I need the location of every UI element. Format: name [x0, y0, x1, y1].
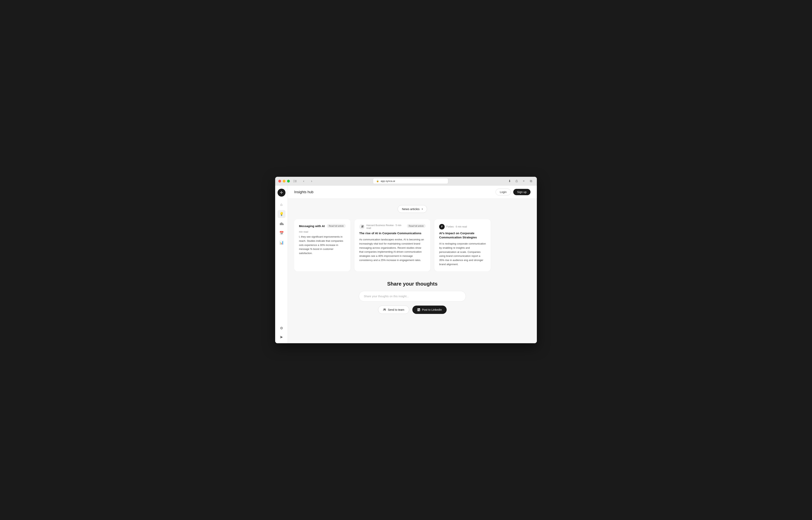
article-title-2: The rise of AI in Corporate Communicatio… [359, 231, 426, 235]
header-actions: Login Sign up [496, 189, 531, 196]
page-content: News articles ▾ Messaging with AI min re… [288, 199, 537, 343]
tabs-button[interactable]: ⧉ [528, 178, 534, 184]
app-title: Insights hub [294, 190, 313, 194]
address-bar-container: 🔒 app.synca.ai [317, 178, 504, 184]
forbes-icon: F [439, 224, 445, 230]
expand-icon: |▶ [280, 335, 283, 338]
share-title: Share your thoughts [387, 281, 437, 287]
read-article-2-button[interactable]: Read full article [407, 224, 426, 228]
svg-point-9 [385, 309, 386, 310]
article-meta-3: Forbes · 6 min read [446, 225, 467, 228]
article-header-2: 𝔑 Harvard Business Review · 5 min read R… [359, 224, 426, 230]
svg-rect-1 [295, 180, 297, 181]
svg-rect-3 [295, 182, 297, 182]
sidebar-toggle-button[interactable] [292, 178, 298, 184]
minimize-button[interactable] [283, 180, 285, 183]
post-linkedin-label: Post to LinkedIn [422, 308, 442, 311]
sidebar-item-ai[interactable] [278, 219, 285, 228]
main-content: Insights hub Login Sign up News articles… [288, 185, 537, 343]
login-button[interactable]: Login [496, 189, 511, 196]
share-section: Share your thoughts Send to team [294, 281, 531, 314]
sidebar-item-calendar[interactable]: 📅 [278, 229, 285, 237]
filter-label: News articles [402, 207, 420, 211]
article-header-1: Messaging with AI min read Read full art… [299, 224, 346, 233]
article-body-3: AI is reshaping corporate communication … [439, 242, 486, 266]
article-meta-2: Harvard Business Review · 5 min read [366, 224, 407, 230]
article-source-3: F Forbes · 6 min read [439, 224, 467, 230]
ai-bars-icon [280, 222, 283, 226]
svg-rect-7 [283, 224, 283, 225]
svg-rect-2 [295, 181, 297, 181]
svg-point-8 [384, 309, 385, 310]
address-bar[interactable]: 🔒 app.synca.ai [373, 178, 448, 184]
signup-button[interactable]: Sign up [513, 189, 531, 195]
insights-icon: 💡 [279, 212, 284, 216]
url-text: app.synca.ai [381, 180, 395, 183]
article-body-2: As communication landscapes evolve, AI i… [359, 238, 426, 262]
sidebar-bottom: ⚙ |▶ [278, 324, 285, 340]
read-article-1-button[interactable]: Read full article [327, 224, 346, 228]
svg-rect-4 [280, 223, 280, 225]
fullscreen-button[interactable] [287, 180, 290, 183]
share-actions: Send to team Post to LinkedIn [378, 306, 447, 314]
svg-rect-11 [418, 309, 418, 311]
app-layout: ✛ ⌂ 💡 📅 📊 [275, 185, 537, 343]
browser-actions: ⬇ ⎙ ＋ ⧉ [507, 178, 534, 184]
news-articles-dropdown[interactable]: News articles ▾ [398, 205, 427, 213]
home-icon: ⌂ [280, 203, 282, 207]
send-to-team-button[interactable]: Send to team [378, 306, 409, 314]
article-card-2: 𝔑 Harvard Business Review · 5 min read R… [354, 219, 430, 271]
mac-window: ‹ › 🔒 app.synca.ai ⬇ ⎙ ＋ ⧉ ✛ ⌂ 💡 [275, 177, 537, 343]
svg-rect-6 [282, 223, 282, 225]
article-title-3: AI's Impact on Corporate Communication S… [439, 231, 486, 239]
analytics-icon: 📊 [279, 240, 284, 245]
calendar-icon: 📅 [279, 231, 284, 235]
title-bar: ‹ › 🔒 app.synca.ai ⬇ ⎙ ＋ ⧉ [275, 177, 537, 185]
svg-rect-0 [294, 180, 295, 183]
sidebar-expand-button[interactable]: |▶ [278, 334, 285, 340]
forward-button[interactable]: › [309, 178, 314, 184]
back-button[interactable]: ‹ [301, 178, 306, 184]
sidebar-item-insights[interactable]: 💡 [278, 210, 285, 218]
share-thoughts-input[interactable] [359, 291, 466, 302]
svg-rect-5 [281, 222, 281, 225]
articles-section: Messaging with AI min read Read full art… [294, 219, 531, 271]
sidebar: ✛ ⌂ 💡 📅 📊 [275, 185, 288, 343]
share-team-icon [383, 308, 386, 311]
sidebar-logo[interactable]: ✛ [278, 189, 285, 197]
share-button[interactable]: ⎙ [514, 178, 519, 184]
article-body-1: l, they see significant improvements in … [299, 235, 346, 256]
sidebar-item-settings[interactable]: ⚙ [278, 324, 285, 332]
traffic-lights [278, 180, 290, 183]
new-tab-button[interactable]: ＋ [521, 178, 527, 184]
main-header: Insights hub Login Sign up [288, 185, 537, 199]
article-card-3: F Forbes · 6 min read AI's Impact on Cor… [434, 219, 491, 271]
article-card-1: Messaging with AI min read Read full art… [294, 219, 351, 271]
nyt-icon: 𝔑 [359, 224, 365, 230]
linkedin-icon [417, 308, 420, 311]
article-title-1: Messaging with AI [299, 224, 327, 228]
svg-point-12 [418, 309, 418, 309]
download-button[interactable]: ⬇ [507, 178, 512, 184]
article-meta-1: min read [299, 231, 327, 233]
settings-icon: ⚙ [280, 326, 283, 330]
close-button[interactable] [278, 180, 281, 183]
post-to-linkedin-button[interactable]: Post to LinkedIn [412, 306, 447, 314]
sidebar-item-home[interactable]: ⌂ [278, 201, 285, 208]
filter-row: News articles ▾ [294, 205, 531, 213]
article-source-2: 𝔑 Harvard Business Review · 5 min read [359, 224, 407, 230]
send-team-label: Send to team [388, 308, 404, 311]
chevron-down-icon: ▾ [422, 208, 423, 210]
lock-icon: 🔒 [376, 180, 379, 182]
articles-row: Messaging with AI min read Read full art… [294, 219, 531, 271]
article-header-3: F Forbes · 6 min read [439, 224, 486, 230]
sidebar-item-analytics[interactable]: 📊 [278, 239, 285, 246]
